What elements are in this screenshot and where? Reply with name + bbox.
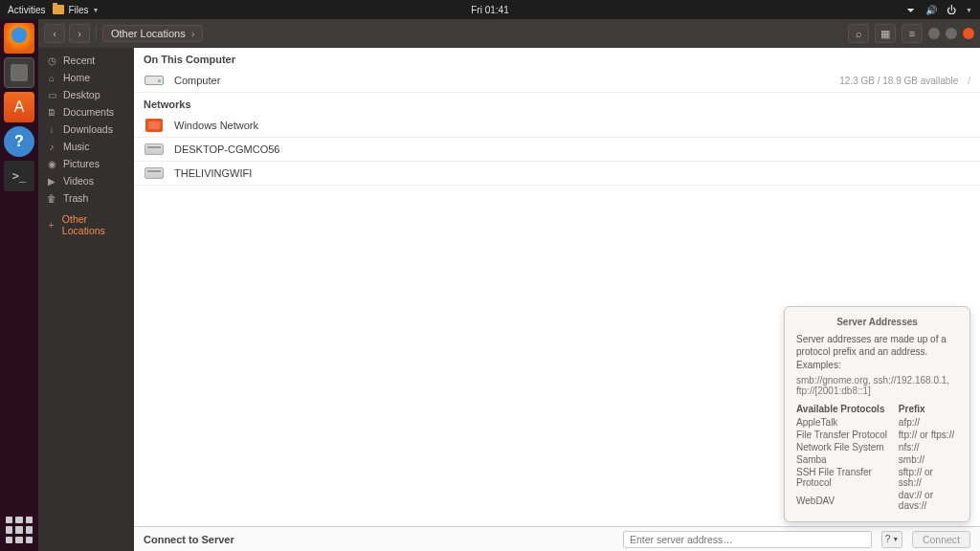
table-row: WebDAVdav:// or davs:// [796,489,958,512]
plus-icon: + [46,220,56,231]
sidebar-item-label: Pictures [63,158,100,169]
path-location: Other Locations [111,28,186,39]
sidebar-item-label: Documents [63,106,114,118]
network-name: THELIVINGWIFI [174,167,252,179]
protocols-table: Available ProtocolsPrefix AppleTalkafp:/… [796,404,958,512]
table-row: AppleTalkafp:// [796,416,958,429]
network-name: Windows Network [174,120,258,131]
nav-back-button[interactable]: ‹ [44,24,65,43]
dock-app-files[interactable] [4,57,34,88]
question-icon: ? [885,534,891,544]
connect-button[interactable]: Connect [912,531,970,548]
section-on-this-computer: On This Computer [134,48,980,69]
recent-servers-button[interactable]: ?▼ [881,531,902,548]
dock-app-firefox[interactable] [4,23,34,54]
chevron-down-icon: ▼ [93,7,100,13]
network-icon: ⏷ [906,5,916,15]
network-row[interactable]: DESKTOP-CGMCO56 [134,138,980,162]
table-row: SSH File Transfer Protocolsftp:// or ssh… [796,466,958,489]
location-row-computer[interactable]: Computer 12.3 GB / 18.9 GB available / [134,69,980,93]
window-minimize-button[interactable] [928,28,940,39]
sidebar-item-other-locations[interactable]: +Other Locations [38,210,134,239]
server-icon [145,167,164,179]
table-row: File Transfer Protocolftp:// or ftps:// [796,429,958,441]
sidebar-item-home[interactable]: ⌂Home [38,69,134,86]
table-header: Available Protocols [796,404,899,416]
clock-icon: ◷ [46,55,57,66]
hamburger-icon: ≡ [909,28,915,39]
table-header: Prefix [899,404,958,416]
launcher-dock: A ? >_ [0,19,38,551]
table-row: Sambasmb:// [796,453,958,466]
mount-point: / [968,76,970,86]
volume-icon: 🔊 [925,5,937,15]
popover-title: Server Addresses [796,317,958,327]
view-toggle-button[interactable]: ▦ [875,24,896,43]
grid-icon: ▦ [880,28,890,40]
sidebar-item-music[interactable]: ♪Music [38,138,134,155]
sidebar-item-label: Other Locations [62,213,126,236]
network-row[interactable]: Windows Network [134,114,980,138]
dock-app-terminal[interactable]: >_ [4,161,34,191]
section-networks: Networks [134,93,980,114]
popover-description: Server addresses are made up of a protoc… [796,333,958,372]
dock-app-software[interactable]: A [4,92,34,122]
search-icon: ⌕ [856,28,862,39]
files-window: ‹ › Other Locations › ⌕ ▦ ≡ ◷Recent ⌂Hom… [38,19,980,551]
activities-button[interactable]: Activities [8,5,45,15]
gnome-topbar: Activities Files ▼ Fri 01:41 ⏷ 🔊 ⏻ ▼ [0,0,980,19]
popover-examples: smb://gnome.org, ssh://192.168.0.1, ftp:… [796,375,958,396]
server-address-input[interactable] [623,531,872,548]
sidebar-item-trash[interactable]: 🗑Trash [38,189,134,207]
connect-to-server-bar: Connect to Server ?▼ Connect [134,526,980,551]
show-applications-button[interactable] [6,517,33,543]
power-icon: ⏻ [947,5,956,15]
desktop-icon: ▭ [46,90,57,100]
system-status-area[interactable]: ⏷ 🔊 ⏻ ▼ [906,5,972,15]
dock-app-help[interactable]: ? [4,126,34,157]
trash-icon: 🗑 [46,193,57,204]
connect-label: Connect to Server [144,534,234,545]
server-addresses-popover: Server Addresses Server addresses are ma… [784,306,970,523]
places-sidebar: ◷Recent ⌂Home ▭Desktop 🗎Documents ↓Downl… [38,48,134,551]
disk-usage: 12.3 GB / 18.9 GB available [839,76,958,86]
window-maximize-button[interactable] [946,28,957,39]
sidebar-item-label: Recent [63,55,95,66]
sidebar-item-label: Music [63,141,89,152]
chevron-right-icon: › [191,28,195,39]
sidebar-item-label: Trash [63,192,88,204]
sidebar-item-pictures[interactable]: ◉Pictures [38,155,134,172]
table-row: Network File Systemnfs:// [796,441,958,453]
search-button[interactable]: ⌕ [848,24,869,43]
folder-icon [53,5,64,14]
app-menu-label: Files [68,5,88,15]
music-icon: ♪ [46,142,57,152]
network-name: DESKTOP-CGMCO56 [174,143,279,155]
sidebar-item-label: Videos [63,175,94,187]
sidebar-item-downloads[interactable]: ↓Downloads [38,121,134,138]
server-icon [145,143,164,155]
sidebar-item-recent[interactable]: ◷Recent [38,52,134,69]
sidebar-item-videos[interactable]: ▶Videos [38,172,134,189]
camera-icon: ◉ [46,159,57,169]
home-icon: ⌂ [46,73,57,83]
clock[interactable]: Fri 01:41 [471,5,508,15]
path-bar[interactable]: Other Locations › [102,25,203,42]
network-row[interactable]: THELIVINGWIFI [134,162,980,186]
documents-icon: 🗎 [46,107,57,118]
hamburger-menu-button[interactable]: ≡ [902,24,923,43]
sidebar-item-label: Home [63,72,90,83]
nav-forward-button[interactable]: › [69,24,90,43]
sidebar-item-label: Downloads [63,123,113,135]
location-name: Computer [174,75,220,86]
window-close-button[interactable] [963,28,974,39]
headerbar: ‹ › Other Locations › ⌕ ▦ ≡ [38,19,980,48]
sidebar-item-documents[interactable]: 🗎Documents [38,103,134,121]
sidebar-item-desktop[interactable]: ▭Desktop [38,86,134,103]
app-menu[interactable]: Files ▼ [53,5,99,15]
content-area: On This Computer Computer 12.3 GB / 18.9… [134,48,980,551]
download-icon: ↓ [46,124,57,135]
windows-network-icon [145,119,163,132]
drive-icon [145,76,164,85]
video-icon: ▶ [46,176,57,187]
